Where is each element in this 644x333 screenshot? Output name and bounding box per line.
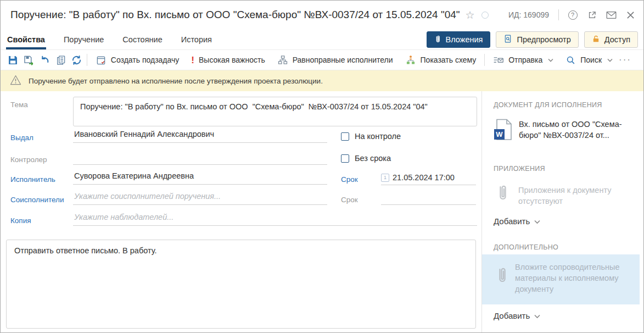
open-in-new-window-icon[interactable] [586,9,597,20]
deadline2-input[interactable] [381,192,476,205]
tabs-row: Свойства Поручение Состояние История Вло… [1,29,643,50]
save-and-close-icon[interactable] [21,52,37,68]
tab-properties[interactable]: Свойства [6,29,46,49]
checkbox-box[interactable] [341,132,349,141]
add-attachment-button[interactable]: Добавить [494,217,540,226]
titlebar: Поручение: "В работу" по Вх. письмо от О… [1,1,643,29]
attachments-button[interactable]: Вложения [427,31,491,48]
help-icon[interactable]: ? [567,9,578,20]
performer-label[interactable]: Исполнитель [10,175,55,184]
paperclip-icon [496,266,508,299]
toolbar-divider [87,54,87,66]
extra-drop-hint: Вложите сопроводительные материалы к исп… [515,262,622,299]
tab-assignment[interactable]: Поручение [63,29,105,49]
record-id: ИД: 169099 [508,10,549,19]
chevron-down-icon [607,58,613,62]
extra-section-title: ДОПОЛНИТЕЛЬНО [494,243,558,251]
deadline-field[interactable]: 1 [381,173,476,185]
status-circle-icon [481,12,489,19]
word-document-icon: W [494,119,512,144]
paperclip-icon [497,184,509,204]
performer-input[interactable] [73,171,327,185]
issued-by-input[interactable] [73,130,327,143]
show-scheme-button[interactable]: Показать схему [399,52,483,68]
tab-state[interactable]: Состояние [121,29,163,49]
titlebar-actions: ИД: 169099 ? [508,1,636,29]
create-subtask-button[interactable]: Создать подзадачу [89,52,185,68]
toolbar: Создать подзадачу ! Высокая важность Рав… [1,50,643,70]
warning-banner: Поручение будет отправлено на исполнение… [1,70,643,91]
send-dropdown[interactable]: Отправка [487,52,559,68]
page-title: Поручение: "В работу" по Вх. письмо от О… [10,9,460,21]
high-importance-button[interactable]: ! Высокая важность [185,52,271,68]
copy-input[interactable] [73,213,477,226]
warning-triangle-icon [10,75,21,87]
favorite-star-icon[interactable]: ☆ [466,9,475,21]
more-actions-button[interactable]: ··· [619,54,631,65]
equal-performers-button[interactable]: Равноправные исполнители [271,52,399,68]
document-title[interactable]: Вх. письмо от ООО "Схема-бюро" №ВХ-0037/… [519,119,629,144]
attachments-section-title: ПРИЛОЖЕНИЯ [494,165,545,173]
send-by-mail-icon[interactable] [606,9,617,20]
document-for-execution-item[interactable]: W Вх. письмо от ООО "Схема-бюро" №ВХ-003… [494,119,629,144]
subject-label: Тема [10,101,28,109]
deadline-label[interactable]: Срок [341,175,358,184]
save-icon[interactable] [5,52,21,68]
calendar-icon[interactable]: 1 [381,174,389,182]
coperformers-input[interactable] [73,192,327,205]
card-content: Тема Поручение: "В работу" по Вх. письмо… [1,91,643,332]
subject-input[interactable]: Поручение: "В работу" по Вх. письмо от О… [73,97,477,126]
warning-text: Поручение будет отправлено на исполнение… [29,77,323,85]
access-button[interactable]: Доступ [584,31,638,48]
extra-drop-zone[interactable]: Вложите сопроводительные материалы к исп… [482,254,640,304]
document-section-title: ДОКУМЕНТ ДЛЯ ИСПОЛНЕНИЯ [494,101,602,109]
deadline2-label: Срок [341,196,358,204]
checkbox-box[interactable] [341,154,349,163]
search-dropdown[interactable]: Поиск [559,52,619,68]
coperformers-label[interactable]: Соисполнители [10,196,64,204]
assignment-text-input[interactable]: Отправить ответное письмо. В работу. [6,240,476,329]
preview-document-icon [503,34,512,45]
exclamation-icon: ! [191,56,194,65]
chevron-down-icon [534,217,540,226]
chevron-down-icon [534,311,540,320]
controller-label: Контролер [10,156,47,164]
no-deadline-checkbox[interactable]: Без срока [341,154,391,163]
close-icon[interactable] [625,9,636,20]
add-extra-button[interactable]: Добавить [494,311,540,320]
tab-history[interactable]: История [180,29,213,49]
task-card-window: Поручение: "В работу" по Вх. письмо от О… [0,0,644,333]
preview-button[interactable]: Предпросмотр [496,31,578,48]
copy-icon[interactable] [53,52,69,68]
header-buttons: Вложения Предпросмотр Доступ [427,31,638,48]
undo-icon[interactable] [37,52,53,68]
refresh-icon[interactable] [69,52,85,68]
copy-label[interactable]: Копия [10,217,31,225]
attachments-sidebar: ДОКУМЕНТ ДЛЯ ИСПОЛНЕНИЯ W Вх. письмо от … [481,91,643,332]
chevron-down-icon [548,58,553,62]
attachments-empty-hint: Приложения к документу отсутствуют [518,185,635,207]
toolbar-divider [484,54,485,66]
lock-icon [592,35,600,45]
svg-text:W: W [496,130,503,138]
divider [558,9,559,20]
paperclip-icon [434,35,441,45]
deadline-input[interactable] [393,173,469,182]
issued-by-label[interactable]: Выдал [10,134,33,142]
on-control-checkbox[interactable]: На контроле [341,132,401,141]
controller-input[interactable] [73,152,327,165]
